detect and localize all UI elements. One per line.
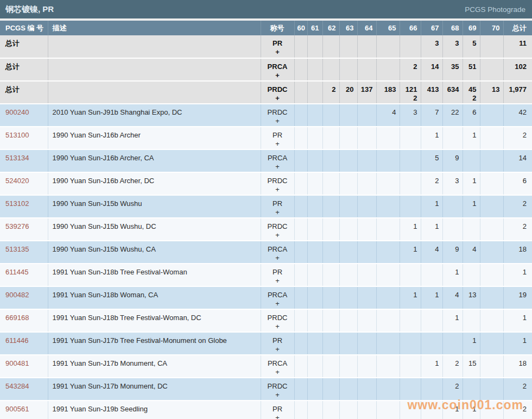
description-cell: 1991 Yuan Sun-J17b Monument, CA (48, 355, 261, 378)
grade-cell-60 (294, 332, 307, 355)
grade-cell-67: 14 (421, 58, 442, 81)
grade-cell-63 (339, 127, 357, 149)
pcgs-number-link[interactable]: 900481 (5, 359, 29, 367)
grade-cell-66: 3 (400, 104, 421, 127)
grade-cell-62 (322, 332, 339, 355)
coin-row: 5240201990 Yuan Sun-J16b Archer, DCPRDC+… (0, 172, 532, 195)
grade-cell-67: 5 (421, 149, 442, 172)
designation-cell: PRCA+ (261, 149, 294, 172)
grade-cell-64 (357, 149, 376, 172)
pcgs-number-cell: 900481 (0, 355, 48, 378)
grade-cell-68: 35 (442, 58, 463, 81)
pcgs-number-cell: 900482 (0, 286, 48, 309)
pcgs-number-link[interactable]: 900240 (5, 108, 29, 116)
pcgs-number-cell: 543284 (0, 378, 48, 401)
grade-cell-64 (357, 332, 376, 355)
grade-cell-60 (294, 81, 307, 104)
grade-cell-65 (376, 332, 400, 355)
pcgs-number-link[interactable]: 513134 (5, 154, 29, 162)
grade-cell-65 (376, 378, 400, 401)
grade-cell-70 (480, 149, 503, 172)
pcgs-number-link[interactable]: 611445 (5, 268, 28, 276)
grade-cell-70 (480, 355, 503, 378)
row-total-cell: 6 (503, 172, 532, 195)
grade-cell-64 (357, 172, 376, 195)
grade-cell-62 (322, 241, 339, 264)
grade-cell-60 (294, 35, 307, 58)
coin-row: 5131341990 Yuan Sun-J16b Archer, CAPRCA+… (0, 149, 532, 172)
grade-cell-60 (294, 378, 307, 401)
pcgs-number-link[interactable]: 513102 (5, 199, 29, 208)
row-total-cell: 2 (503, 378, 532, 401)
grade-cell-61 (307, 127, 322, 149)
grade-cell-68 (442, 127, 463, 149)
grade-cell-62 (322, 58, 339, 81)
pcgs-number-link[interactable]: 900482 (5, 291, 29, 299)
page-title: 钢芯镀镍, PR (5, 4, 54, 15)
pcgs-number-link[interactable]: 669168 (5, 314, 29, 322)
grade-cell-62 (322, 35, 339, 58)
pcgs-number-link[interactable]: 539276 (5, 222, 29, 230)
col-header-: 总计 (503, 21, 532, 35)
grade-cell-62 (322, 149, 339, 172)
pcgs-number-link[interactable]: 611446 (5, 336, 28, 345)
grade-cell-70 (480, 172, 503, 195)
designation-cell: PR+ (261, 127, 294, 149)
col-header-grade-67: 67 (421, 21, 442, 35)
designation-cell: PRCA+ (261, 286, 294, 309)
grade-cell-60 (294, 195, 307, 218)
table-body: 总计PR+33511总计PRCA+2143551102总计PRDC+220137… (0, 35, 532, 419)
col-header-description: 描述 (48, 21, 261, 35)
grade-cell-63 (339, 58, 357, 81)
grade-cell-70 (480, 104, 503, 127)
photograde-link[interactable]: PCGS Photograde (465, 5, 525, 14)
coin-row: 9004811991 Yuan Sun-J17b Monument, CAPRC… (0, 355, 532, 378)
grade-cell-64 (357, 195, 376, 218)
grade-cell-68 (442, 218, 463, 241)
grade-cell-68: 3 (442, 172, 463, 195)
description-cell: 1990 Yuan Sun-J15b Wushu, DC (48, 218, 261, 241)
grade-cell-63 (339, 378, 357, 401)
grade-cell-68: 4 (442, 286, 463, 309)
grade-cell-63 (339, 35, 357, 58)
row-total-cell: 42 (503, 104, 532, 127)
population-table: PCGS 编 号描述称号6061626364656667686970总计 总计P… (0, 21, 532, 419)
grade-cell-64 (357, 35, 376, 58)
designation-cell: PR+ (261, 264, 294, 286)
grade-cell-65 (376, 172, 400, 195)
pcgs-number-cell: 513100 (0, 127, 48, 149)
designation-cell: PR+ (261, 401, 294, 419)
grade-cell-60 (294, 218, 307, 241)
grade-cell-64 (357, 355, 376, 378)
pcgs-number-link[interactable]: 524020 (5, 177, 29, 185)
grade-cell-66 (400, 355, 421, 378)
grade-cell-63 (339, 104, 357, 127)
description-cell (48, 35, 261, 58)
pcgs-number-cell: 611446 (0, 332, 48, 355)
grade-cell-68: 2 (442, 355, 463, 378)
grade-cell-61 (307, 241, 322, 264)
designation-cell: PRCA+ (261, 241, 294, 264)
grade-cell-68: 1 (442, 401, 463, 419)
row-total-cell: 18 (503, 241, 532, 264)
grade-cell-61 (307, 332, 322, 355)
grade-cell-68: 2 (442, 378, 463, 401)
grade-cell-60 (294, 241, 307, 264)
grade-cell-68: 22 (442, 104, 463, 127)
pcgs-number-link[interactable]: 513135 (5, 245, 29, 253)
pcgs-number-link[interactable]: 513100 (5, 131, 29, 139)
total-row: 总计PRCA+2143551102 (0, 58, 532, 81)
grade-cell-62 (322, 104, 339, 127)
pcgs-number-cell: 513134 (0, 149, 48, 172)
pcgs-number-link[interactable]: 543284 (5, 382, 29, 390)
grade-cell-61 (307, 195, 322, 218)
grade-cell-63 (339, 355, 357, 378)
coin-row: 6114451991 Yuan Sun-J18b Tree Festival-W… (0, 264, 532, 286)
grade-cell-61 (307, 58, 322, 81)
grade-cell-61 (307, 81, 322, 104)
coin-row: 5131021990 Yuan Sun-J15b WushuPR+112 (0, 195, 532, 218)
grade-cell-69: 1 (463, 401, 480, 419)
grade-cell-62 (322, 286, 339, 309)
grade-cell-69: 6 (463, 104, 480, 127)
pcgs-number-link[interactable]: 900561 (5, 405, 29, 413)
